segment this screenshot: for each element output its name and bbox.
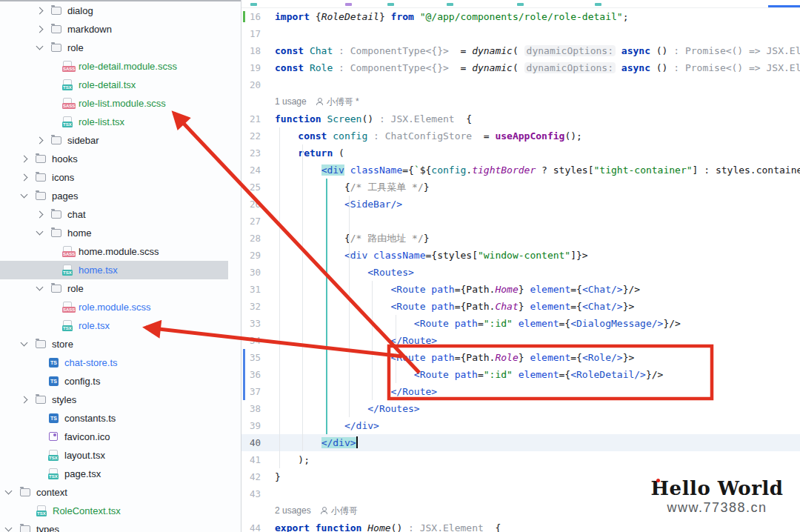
code-line-28[interactable]: 28 {/* 路由地址 */}: [241, 230, 800, 247]
code-area[interactable]: 16import {RoleDetail} from "@/app/compon…: [241, 8, 800, 532]
gutter[interactable]: 34: [241, 332, 275, 349]
code-line-33[interactable]: 33 <Route path=":id" element={<DialogMes…: [241, 315, 800, 332]
tree-item-role-list-module-scss[interactable]: SASSrole-list.module.scss: [0, 94, 241, 113]
code-line-34[interactable]: 34 </Route>: [241, 332, 800, 349]
gutter[interactable]: 20: [241, 76, 275, 93]
chevron-open-icon[interactable]: [5, 525, 13, 532]
tree-item-favicon-ico[interactable]: favicon.ico: [0, 428, 241, 446]
tab-file-icon[interactable]: [345, 3, 352, 6]
gutter[interactable]: 31: [241, 281, 275, 298]
code-line-35[interactable]: 35 <Route path={Path.Role} element={<Rol…: [241, 349, 800, 366]
gutter[interactable]: 23: [241, 144, 275, 162]
gutter[interactable]: [241, 93, 275, 110]
chevron-closed-icon[interactable]: [36, 211, 44, 219]
tab-file-icon[interactable]: [387, 3, 394, 6]
code-line-29[interactable]: 29 <div className={styles["window-conten…: [241, 247, 800, 264]
code-line-26[interactable]: 26 <SideBar/>: [241, 196, 800, 213]
gutter[interactable]: 44: [241, 519, 275, 532]
code-line-22[interactable]: 22 const config : ChatConfigStore = useA…: [241, 127, 800, 144]
tab-file-icon[interactable]: [250, 3, 257, 6]
tree-item-layout-tsx[interactable]: TSXlayout.tsx: [0, 446, 241, 465]
tree-item-role-module-scss[interactable]: SASSrole.module.scss: [0, 298, 241, 316]
code-line-19[interactable]: 19const Role : ComponentType<{}> = dynam…: [241, 59, 800, 76]
chevron-open-icon[interactable]: [36, 284, 44, 291]
tree-item-home-tsx[interactable]: TSXhome.tsx: [0, 261, 241, 279]
code-line-27[interactable]: 27: [241, 213, 800, 230]
gutter[interactable]: 27: [241, 213, 275, 230]
gutter[interactable]: 16: [241, 8, 275, 25]
gutter[interactable]: 33: [241, 315, 275, 332]
tab-file-icon[interactable]: [517, 3, 524, 6]
code-line-20[interactable]: 20: [241, 76, 800, 93]
chevron-open-icon[interactable]: [36, 43, 44, 50]
tree-item-chat-store-ts[interactable]: TSchat-store.ts: [0, 353, 241, 372]
tree-item-role-list-tsx[interactable]: TSXrole-list.tsx: [0, 113, 241, 131]
tree-item-role[interactable]: role: [0, 39, 241, 57]
chevron-closed-icon[interactable]: [36, 26, 44, 33]
chevron-closed-icon[interactable]: [36, 137, 44, 144]
code-line-36[interactable]: 36 <Route path=":id" element={<RoleDetai…: [241, 366, 800, 383]
tree-item-rolecontext-tsx[interactable]: TSXRoleContext.tsx: [0, 502, 241, 520]
code-line-37[interactable]: 37 </Route>: [241, 383, 800, 400]
gutter[interactable]: 41: [241, 451, 275, 468]
tree-item-role-detail-tsx[interactable]: TSXrole-detail.tsx: [0, 76, 241, 94]
gutter[interactable]: 17: [241, 25, 275, 42]
editor-panel[interactable]: 16import {RoleDetail} from "@/app/compon…: [241, 0, 800, 532]
gutter[interactable]: 32: [241, 298, 275, 315]
code-line-17[interactable]: 17: [241, 25, 800, 42]
code-line-16[interactable]: 16import {RoleDetail} from "@/app/compon…: [241, 8, 800, 25]
code-line-39[interactable]: 39 </div>: [241, 417, 800, 434]
gutter[interactable]: 18: [241, 42, 275, 59]
tree-item-chat[interactable]: chat: [0, 205, 241, 224]
gutter[interactable]: 43: [241, 485, 275, 502]
chevron-open-icon[interactable]: [36, 228, 44, 236]
tree-item-home-module-scss[interactable]: SASShome.module.scss: [0, 242, 241, 261]
tab-file-icon[interactable]: [447, 3, 453, 6]
tree-item-sidebar[interactable]: sidebar: [0, 131, 241, 150]
gutter[interactable]: 39: [241, 417, 275, 434]
tab-file-icon[interactable]: [595, 3, 601, 6]
tree-item-dialog[interactable]: dialog: [0, 1, 241, 20]
gutter[interactable]: 21: [241, 110, 275, 127]
code-line-42[interactable]: 42}: [241, 468, 800, 485]
gutter[interactable]: 37: [241, 383, 275, 400]
gutter[interactable]: 28: [241, 230, 275, 247]
gutter[interactable]: 40: [241, 434, 275, 451]
tree-item-role-tsx[interactable]: TSXrole.tsx: [0, 316, 241, 335]
tree-item-config-ts[interactable]: TSconfig.ts: [0, 372, 241, 390]
gutter[interactable]: 36: [241, 366, 275, 383]
tree-item-constants-ts[interactable]: TSconstants.ts: [0, 409, 241, 428]
code-line-31[interactable]: 31 <Route path={Path.Home} element={<Cha…: [241, 281, 800, 298]
chevron-open-icon[interactable]: [21, 191, 28, 199]
code-annotation-row[interactable]: 2 usages小傅哥: [241, 502, 800, 519]
tree-item-role[interactable]: role: [0, 279, 241, 298]
tree-item-types[interactable]: types: [0, 520, 241, 532]
code-line-24[interactable]: 24 <div className={`${config.tightBorder…: [241, 162, 800, 179]
gutter[interactable]: 42: [241, 468, 275, 485]
code-line-32[interactable]: 32 <Route path={Path.Chat} element={<Cha…: [241, 298, 800, 315]
code-line-25[interactable]: 25 {/* 工具菜单 */}: [241, 179, 800, 196]
code-line-40[interactable]: 40 </div>: [241, 434, 800, 451]
tree-item-page-tsx[interactable]: TSXpage.tsx: [0, 465, 241, 483]
gutter[interactable]: 26: [241, 196, 275, 213]
tree-item-styles[interactable]: styles: [0, 390, 241, 409]
tree-item-role-detail-module-scss[interactable]: SASSrole-detail.module.scss: [0, 57, 241, 76]
chevron-closed-icon[interactable]: [21, 156, 28, 163]
gutter[interactable]: 35: [241, 349, 275, 366]
code-line-41[interactable]: 41 );: [241, 451, 800, 468]
code-line-30[interactable]: 30 <Routes>: [241, 264, 800, 281]
gutter[interactable]: 24: [241, 162, 275, 179]
tree-item-hooks[interactable]: hooks: [0, 150, 241, 168]
tree-item-markdown[interactable]: markdown: [0, 20, 241, 39]
chevron-closed-icon[interactable]: [36, 7, 44, 15]
gutter[interactable]: 19: [241, 59, 275, 76]
tree-item-pages[interactable]: pages: [0, 187, 241, 205]
chevron-closed-icon[interactable]: [21, 174, 28, 182]
gutter[interactable]: 30: [241, 264, 275, 281]
code-line-43[interactable]: 43: [241, 485, 800, 502]
code-line-44[interactable]: 44export function Home() : JSX.Element {: [241, 519, 800, 532]
tree-item-store[interactable]: store: [0, 335, 241, 353]
code-line-21[interactable]: 21function Screen() : JSX.Element {: [241, 110, 800, 127]
gutter[interactable]: 22: [241, 127, 275, 144]
chevron-open-icon[interactable]: [21, 339, 28, 347]
